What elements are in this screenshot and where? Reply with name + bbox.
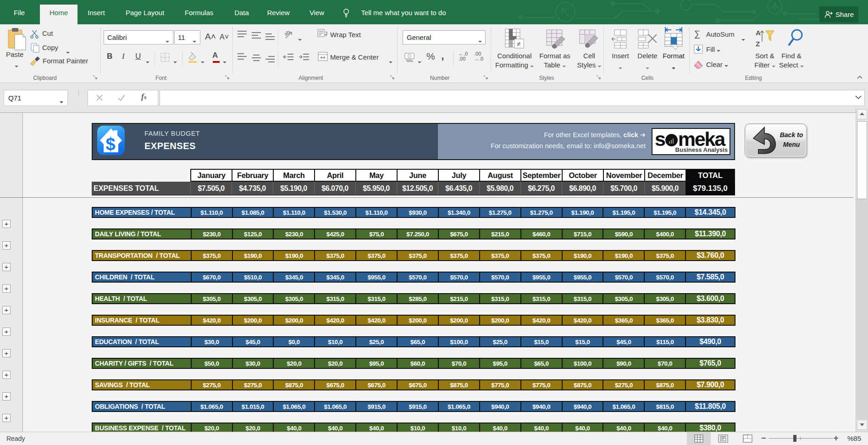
svg-text:$: $: [105, 134, 115, 154]
svg-text:≠: ≠: [517, 40, 520, 48]
svg-text:Z: Z: [756, 40, 760, 48]
svg-text:ab: ab: [284, 29, 291, 37]
svg-text:A: A: [756, 29, 761, 37]
